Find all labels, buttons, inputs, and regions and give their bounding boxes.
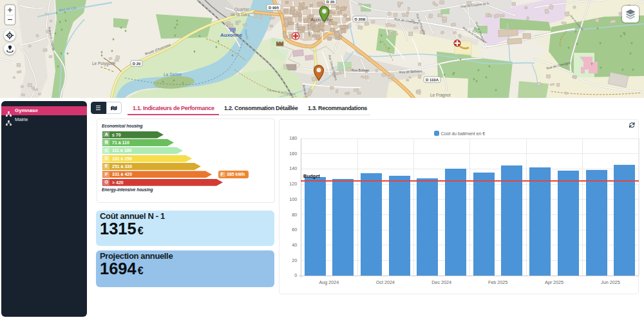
svg-text:D 20: D 20 [327, 0, 335, 4]
svg-text:Le Polygone: Le Polygone [92, 61, 116, 66]
svg-text:La Saône: La Saône [164, 72, 182, 77]
svg-text:D 20: D 20 [133, 62, 141, 66]
svg-text:Quartier: Quartier [234, 7, 250, 12]
svg-text:Le Fragnot: Le Fragnot [430, 93, 451, 98]
svg-text:D 905: D 905 [269, 6, 279, 10]
svg-text:de la Gare: de la Gare [231, 12, 251, 17]
svg-text:Auxonne: Auxonne [220, 32, 243, 38]
svg-text:D 110A: D 110A [426, 78, 439, 82]
svg-text:D 20B: D 20B [354, 17, 366, 21]
svg-text:Rue Boileau: Rue Boileau [352, 68, 369, 72]
